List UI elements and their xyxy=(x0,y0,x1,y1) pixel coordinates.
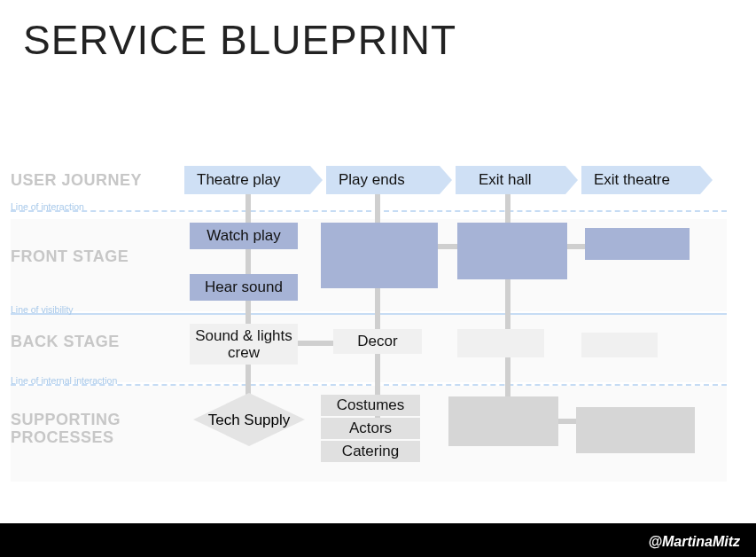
lane-label-back: BACK STAGE xyxy=(11,333,120,351)
support-costumes: Costumes xyxy=(321,395,420,416)
page-title: SERVICE BLUEPRINT xyxy=(23,16,456,64)
divider-interaction xyxy=(11,210,727,212)
front-col4-blank xyxy=(585,228,690,260)
journey-step-4: Exit theatre xyxy=(581,166,713,194)
lane-label-support-2: PROCESSES xyxy=(11,428,114,446)
journey-step-3-label: Exit hall xyxy=(456,166,532,194)
divider-visibility xyxy=(11,313,727,315)
lane-label-support-1: SUPPORTING xyxy=(11,411,121,428)
lane-label-journey: USER JOURNEY xyxy=(11,171,142,190)
back-crew: Sound & lights crew xyxy=(190,324,298,365)
front-col2-blank xyxy=(321,223,438,288)
divider-internal-label: Line of internal interaction xyxy=(11,375,117,386)
journey-step-3: Exit hall xyxy=(456,166,578,194)
footer-bar xyxy=(0,523,756,557)
author-handle: @MartinaMitz xyxy=(648,534,740,550)
divider-visibility-label: Line of visibility xyxy=(11,304,74,315)
support-tech-label: Tech Supply xyxy=(193,393,305,446)
support-tech-diamond: Tech Supply xyxy=(193,393,305,446)
journey-step-2: Play ends xyxy=(326,166,452,194)
back-decor: Decor xyxy=(333,329,422,354)
journey-step-1-label: Theatre play xyxy=(184,166,281,194)
lane-label-support: SUPPORTING PROCESSES xyxy=(11,411,121,446)
back-col4-blank xyxy=(581,333,658,357)
journey-step-1: Theatre play xyxy=(184,166,323,194)
divider-internal xyxy=(11,384,727,386)
journey-step-2-label: Play ends xyxy=(326,166,405,194)
journey-step-4-label: Exit theatre xyxy=(581,166,670,194)
front-watch: Watch play xyxy=(190,223,298,249)
front-hear: Hear sound xyxy=(190,274,298,301)
front-col3-blank xyxy=(457,223,567,279)
support-col4-blank xyxy=(576,407,695,453)
support-actors: Actors xyxy=(321,418,420,439)
support-col3-blank xyxy=(448,396,558,446)
divider-interaction-label: Line of interaction xyxy=(11,201,84,212)
back-col3-blank xyxy=(457,329,544,357)
support-catering: Catering xyxy=(321,441,420,462)
lane-label-front: FRONT STAGE xyxy=(11,247,129,266)
